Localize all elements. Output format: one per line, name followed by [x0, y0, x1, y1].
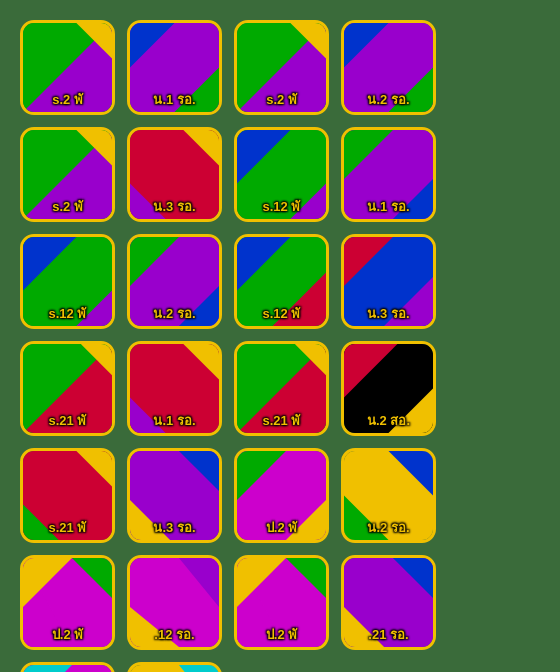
- sticker-item[interactable]: s.21 พั: [20, 341, 115, 436]
- sticker-item[interactable]: s.2 พั: [20, 127, 115, 222]
- sticker-item[interactable]: s.2 พั: [20, 20, 115, 115]
- sticker-label: น.2 สอ.: [344, 413, 433, 429]
- sticker-label: s.2 พั: [237, 92, 326, 108]
- sticker-label: s.2 พั: [23, 199, 112, 215]
- sticker-label: น.2 รอ.: [344, 520, 433, 536]
- sticker-item[interactable]: ป.2 พั: [234, 448, 329, 543]
- sticker-item[interactable]: น.2 สอ.: [341, 341, 436, 436]
- sticker-item[interactable]: น102 รอ.: [127, 662, 222, 672]
- sticker-label: น.2 รอ.: [130, 306, 219, 322]
- sticker-label: s.21 พั: [23, 520, 112, 536]
- sticker-item[interactable]: ป.2 พั: [20, 555, 115, 650]
- sticker-item[interactable]: น.1 รอ.: [341, 127, 436, 222]
- sticker-label: ป.2 พั: [23, 627, 112, 643]
- sticker-item[interactable]: s.21 พั: [234, 341, 329, 436]
- svg-marker-81: [179, 665, 219, 672]
- sticker-label: .21 รอ.: [344, 627, 433, 643]
- sticker-label: น.2 รอ.: [344, 92, 433, 108]
- sticker-item[interactable]: ป.2 พั: [20, 662, 115, 672]
- sticker-item[interactable]: น.3 รอ.: [127, 127, 222, 222]
- sticker-item[interactable]: น.2 รอ.: [341, 448, 436, 543]
- sticker-label: s.12 พั: [23, 306, 112, 322]
- sticker-label: น.3 รอ.: [130, 520, 219, 536]
- sticker-grid: s.2 พั น.1 รอ. s.2 พั น.2 รอ.: [10, 10, 550, 672]
- svg-marker-78: [23, 665, 72, 672]
- sticker-label: s.12 พั: [237, 199, 326, 215]
- sticker-label: s.21 พั: [237, 413, 326, 429]
- sticker-label: น.3 รอ.: [130, 199, 219, 215]
- sticker-item[interactable]: น.3 รอ.: [341, 234, 436, 329]
- sticker-item[interactable]: .21 รอ.: [341, 555, 436, 650]
- sticker-label: น.1 รอ.: [130, 413, 219, 429]
- sticker-item[interactable]: s.21 พั: [20, 448, 115, 543]
- sticker-item[interactable]: น.2 รอ.: [341, 20, 436, 115]
- sticker-item[interactable]: s.12 พั: [20, 234, 115, 329]
- sticker-label: s.21 พั: [23, 413, 112, 429]
- sticker-label: น.1 รอ.: [344, 199, 433, 215]
- sticker-label: s.12 พั: [237, 306, 326, 322]
- sticker-label: น.1 รอ.: [130, 92, 219, 108]
- sticker-label: น.3 รอ.: [344, 306, 433, 322]
- sticker-item[interactable]: น.1 รอ.: [127, 20, 222, 115]
- sticker-item[interactable]: น.3 รอ.: [127, 448, 222, 543]
- sticker-label: ป.2 พั: [237, 520, 326, 536]
- sticker-label: .12 รอ.: [130, 627, 219, 643]
- sticker-item[interactable]: น.1 รอ.: [127, 341, 222, 436]
- sticker-item[interactable]: s.12 พั: [234, 127, 329, 222]
- sticker-item[interactable]: .12 รอ.: [127, 555, 222, 650]
- sticker-label: ป.2 พั: [237, 627, 326, 643]
- sticker-item[interactable]: s.2 พั: [234, 20, 329, 115]
- sticker-item[interactable]: s.12 พั: [234, 234, 329, 329]
- sticker-item[interactable]: น.2 รอ.: [127, 234, 222, 329]
- sticker-item[interactable]: ป.2 พั: [234, 555, 329, 650]
- sticker-label: s.2 พั: [23, 92, 112, 108]
